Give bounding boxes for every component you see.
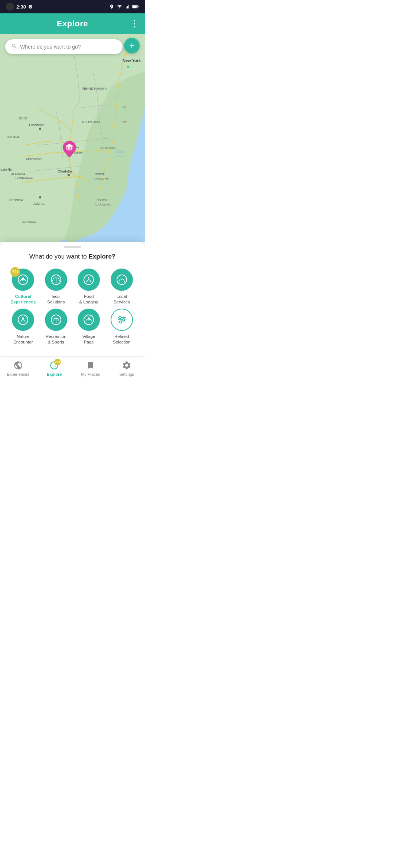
svg-text:GEORGIA: GEORGIA <box>22 221 36 224</box>
svg-point-49 <box>22 317 24 319</box>
map-view[interactable]: OHIO INDIANA ALABAMA GEORGIA GEORGIA KEN… <box>0 34 145 242</box>
village-label: VillagePage <box>82 334 95 345</box>
svg-point-26 <box>68 174 70 176</box>
battery-icon <box>132 4 139 9</box>
svg-text:Atlantic: Atlantic <box>115 150 125 154</box>
svg-text:NJ: NJ <box>123 106 126 109</box>
globe-icon <box>13 360 23 371</box>
svg-point-22 <box>39 128 41 130</box>
explore-nav-badge: 721 <box>54 359 61 365</box>
category-recreation-sports[interactable]: Recreation& Sports <box>40 309 72 345</box>
status-time: 2:30 <box>16 4 26 10</box>
svg-rect-35 <box>66 146 67 149</box>
bottom-sheet: What do you want to Explore? 721 Cultura… <box>0 242 145 356</box>
map-marker <box>63 141 76 159</box>
svg-point-48 <box>18 315 28 325</box>
svg-point-43 <box>22 277 24 280</box>
recreation-icon-wrap <box>45 309 67 331</box>
svg-rect-1 <box>138 6 138 7</box>
svg-rect-38 <box>71 146 72 149</box>
svg-rect-2 <box>133 6 137 8</box>
app-header: Explore <box>0 13 145 34</box>
food-icon-wrap <box>78 269 100 291</box>
search-icon <box>11 43 17 50</box>
camera-icon <box>6 3 14 11</box>
svg-point-46 <box>88 277 89 279</box>
nav-my-places[interactable]: My Places <box>77 360 104 377</box>
local-label: LocalServices <box>114 294 130 305</box>
more-options-button[interactable] <box>131 17 138 30</box>
cultural-icon-wrap: 721 <box>12 269 34 291</box>
svg-text:SOUTH: SOUTH <box>97 198 107 202</box>
refined-label: RefinedSelection <box>113 334 130 345</box>
menu-dot-1 <box>134 20 135 22</box>
svg-text:DE: DE <box>123 121 127 124</box>
category-grid: 721 CulturalExperiences EcoSolutions <box>7 269 137 345</box>
local-icon-wrap <box>111 269 133 291</box>
status-left: 2:30 ⚙ <box>6 3 33 11</box>
svg-text:ALABAMA: ALABAMA <box>11 172 25 176</box>
settings-icon <box>121 360 132 371</box>
svg-text:NORTH: NORTH <box>95 172 105 176</box>
eco-label: EcoSolutions <box>47 294 65 305</box>
nav-experiences[interactable]: Experiences <box>5 360 32 377</box>
recreation-label: Recreation& Sports <box>46 334 66 345</box>
svg-text:OHIO: OHIO <box>19 116 27 120</box>
svg-point-24 <box>39 196 41 198</box>
bottom-nav: Experiences 721 Explore My Places Settin… <box>0 356 145 383</box>
svg-text:GEORGIA: GEORGIA <box>9 198 23 202</box>
village-icon-wrap <box>78 309 100 331</box>
eco-icon-wrap <box>45 269 67 291</box>
experiences-nav-label: Experiences <box>7 372 29 377</box>
refined-icon-wrap <box>111 309 133 331</box>
svg-text:KENTUCKY: KENTUCKY <box>26 158 42 161</box>
settings-nav-label: Settings <box>119 372 134 377</box>
svg-point-59 <box>120 321 122 323</box>
menu-dot-2 <box>134 23 135 24</box>
sheet-handle <box>63 246 81 248</box>
explore-nav-label: Explore <box>47 372 62 377</box>
svg-text:Ocean: Ocean <box>117 155 126 158</box>
settings-status-icon: ⚙ <box>28 4 33 10</box>
food-label: Food& Lodging <box>79 294 98 305</box>
svg-rect-36 <box>68 146 69 149</box>
header-title: Explore <box>57 19 88 29</box>
category-food-lodging[interactable]: Food& Lodging <box>73 269 105 305</box>
svg-text:TENNESSEE: TENNESSEE <box>15 176 33 180</box>
svg-text:Cincinnati: Cincinnati <box>29 123 45 127</box>
bookmark-icon <box>85 360 96 371</box>
search-bar[interactable] <box>5 39 123 54</box>
category-eco-solutions[interactable]: EcoSolutions <box>40 269 72 305</box>
category-local-services[interactable]: LocalServices <box>106 269 138 305</box>
nav-settings[interactable]: Settings <box>113 360 140 377</box>
my-places-nav-label: My Places <box>81 372 100 377</box>
category-nature-encounter[interactable]: NatureEncounter <box>7 309 39 345</box>
category-cultural-experiences[interactable]: 721 CulturalExperiences <box>7 269 39 305</box>
svg-rect-40 <box>67 149 72 149</box>
nav-explore[interactable]: 721 Explore <box>41 360 68 377</box>
svg-text:PENNSYLVANIA: PENNSYLVANIA <box>82 87 107 91</box>
nature-label: NatureEncounter <box>13 334 33 345</box>
menu-dot-3 <box>134 26 135 27</box>
svg-point-53 <box>88 317 90 319</box>
status-bar: 2:30 ⚙ <box>0 0 145 13</box>
svg-text:VIRGINIA: VIRGINIA <box>100 146 115 150</box>
svg-rect-37 <box>69 146 70 149</box>
status-right <box>109 4 139 9</box>
svg-rect-39 <box>66 146 73 147</box>
add-button[interactable]: + <box>124 38 140 53</box>
signal-icon <box>125 4 130 9</box>
location-icon <box>109 4 114 9</box>
svg-text:CAROLINA: CAROLINA <box>95 203 111 206</box>
svg-text:INDIANA: INDIANA <box>7 135 20 139</box>
svg-text:MARYLAND: MARYLAND <box>82 120 100 124</box>
svg-text:CAROLINA: CAROLINA <box>94 177 109 180</box>
svg-point-58 <box>123 319 125 321</box>
sheet-title: What do you want to Explore? <box>7 253 137 260</box>
nature-icon-wrap <box>12 309 34 331</box>
search-input[interactable] <box>20 44 117 50</box>
svg-point-30 <box>127 66 129 68</box>
category-refined-selection[interactable]: RefinedSelection <box>106 309 138 345</box>
svg-text:Charlotte: Charlotte <box>58 169 72 173</box>
category-village-page[interactable]: VillagePage <box>73 309 105 345</box>
